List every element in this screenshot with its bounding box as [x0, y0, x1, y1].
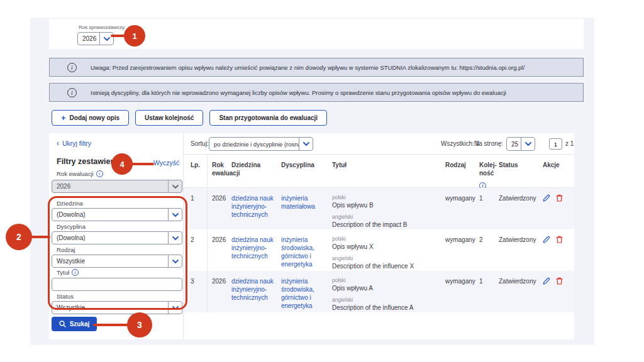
- toolbar: + Dodaj nowy opis Ustaw kolejność Stan p…: [52, 110, 327, 126]
- title-pl: Opis wpływu X: [332, 243, 441, 251]
- info-banner-studnia: i Uwaga: Przed zarejestrowaniem opisu wp…: [49, 58, 584, 77]
- hide-filters-label: Ukryj filtry: [62, 140, 91, 147]
- page-number-input[interactable]: [549, 138, 562, 150]
- chevron-down-icon: [299, 138, 313, 150]
- cell-type: wymagany: [445, 271, 479, 312]
- info-icon: i: [72, 269, 79, 276]
- report-year-label: Rok sprawozdawczy: [79, 25, 125, 30]
- chevron-down-icon: [168, 232, 182, 244]
- cell-title: polski Opis wpływu B angielski Descripti…: [332, 188, 445, 229]
- info-banner-disciplines-text: Istnieją dyscypliny, dla których nie wpr…: [91, 89, 506, 96]
- sort-label: Sortuj:: [191, 140, 209, 147]
- column-header-discipline: Dyscyplina: [281, 155, 332, 187]
- cell-title: polski Opis wpływu A angielski Descripti…: [332, 271, 445, 312]
- field-filter-label: Dziedzina: [57, 200, 83, 207]
- discipline-filter-value: (Dowolna): [52, 232, 168, 244]
- column-header-status: Status: [499, 155, 543, 187]
- set-order-label: Ustaw kolejność: [145, 114, 194, 121]
- field-filter-value: (Dowolna): [52, 209, 168, 221]
- column-header-title: Tytuł: [332, 155, 445, 187]
- clear-filters-link[interactable]: Wyczyść: [153, 159, 179, 167]
- status-filter-value: Wszystkie: [52, 302, 168, 314]
- per-page-value: 25: [507, 138, 521, 150]
- list-controls-bar: Sortuj: po dziedzinie i dyscyplinie (ros…: [184, 133, 574, 155]
- report-year-select[interactable]: 2026: [77, 32, 114, 45]
- title-lang-pl: polski: [332, 277, 441, 284]
- cell-field-link[interactable]: dziedzina nauk inżynieryjno-technicznych: [231, 271, 281, 312]
- cell-type: wymagany: [445, 188, 479, 229]
- info-icon: i: [67, 63, 77, 72]
- column-header-field: Dziedzina: [231, 155, 281, 187]
- search-icon: [59, 321, 66, 327]
- cell-actions: [543, 271, 573, 312]
- type-filter-select[interactable]: Wszystkie: [52, 255, 182, 268]
- cell-lp: 3: [191, 271, 208, 312]
- page-of-label: z 1: [565, 140, 574, 147]
- cell-status: Zatwierdzony: [499, 271, 543, 312]
- cell-year: 2026: [208, 271, 231, 312]
- table-row: 2 2026 dziedzina nauk inżynieryjno-techn…: [184, 229, 574, 271]
- info-banner-studnia-text: Uwaga: Przed zarejestrowaniem opisu wpły…: [91, 64, 525, 71]
- cell-year: 2026: [208, 229, 231, 271]
- total-count: Wszystkich: 3: [441, 140, 479, 147]
- delete-icon[interactable]: [556, 194, 563, 202]
- title-lang-en: angielski: [332, 297, 441, 304]
- table-row: 1 2026 dziedzina nauk inżynieryjno-techn…: [184, 188, 574, 229]
- results-area: Sortuj: po dziedzinie i dyscyplinie (ros…: [184, 133, 574, 339]
- title-en: Description of the influence X: [332, 262, 441, 270]
- add-new-description-button[interactable]: + Dodaj nowy opis: [52, 110, 129, 126]
- sort-select[interactable]: po dziedzinie i dyscyplinie (rosnąco): [209, 137, 313, 151]
- cell-discipline-link[interactable]: inżynieria środowiska, górnictwo i energ…: [281, 271, 332, 312]
- chevron-down-icon: [168, 255, 182, 267]
- status-filter-select[interactable]: Wszystkie: [52, 301, 182, 314]
- cell-order: 2: [479, 229, 499, 271]
- annotation-line-3: [93, 324, 132, 326]
- cell-field-link[interactable]: dziedzina nauk inżynieryjno-technicznych: [231, 188, 281, 229]
- discipline-filter-select[interactable]: (Dowolna): [52, 231, 182, 244]
- info-banner-disciplines: i Istnieją dyscypliny, dla których nie w…: [49, 83, 584, 102]
- chevron-down-icon: [168, 302, 182, 314]
- set-order-button[interactable]: Ustaw kolejność: [135, 110, 203, 126]
- sort-value: po dziedzinie i dyscyplinie (rosnąco): [209, 138, 299, 150]
- field-filter-select[interactable]: (Dowolna): [52, 208, 182, 221]
- cell-field-link[interactable]: dziedzina nauk inżynieryjno-technicznych: [231, 229, 281, 271]
- delete-icon[interactable]: [556, 236, 563, 243]
- annotation-marker-1: 1: [124, 25, 145, 47]
- chevron-down-icon: [168, 209, 182, 221]
- title-lang-en: angielski: [332, 255, 441, 262]
- evaluation-year-select: 2026: [52, 180, 182, 193]
- cell-actions: [543, 229, 573, 271]
- title-lang-pl: polski: [332, 194, 441, 201]
- cell-status: Zatwierdzony: [499, 229, 543, 271]
- type-filter-label: Rodzaj: [57, 246, 75, 253]
- title-lang-en: angielski: [332, 214, 441, 221]
- annotation-marker-2: 2: [6, 224, 32, 250]
- cell-lp: 1: [191, 188, 208, 229]
- column-header-order: Kolej-ność i: [479, 155, 499, 187]
- per-page-label: Na stronę:: [474, 140, 503, 147]
- evaluation-year-label: Rok ewaluacji i: [57, 170, 103, 177]
- cell-status: Zatwierdzony: [499, 188, 543, 229]
- info-icon: i: [96, 170, 103, 177]
- app-root: Rok sprawozdawczy 2026 i Uwaga: Przed za…: [0, 0, 644, 362]
- table-row: 3 2026 dziedzina nauk inżynieryjno-techn…: [184, 271, 574, 312]
- chevron-down-icon: [168, 180, 182, 192]
- title-filter-input[interactable]: [52, 278, 182, 291]
- title-lang-pl: polski: [332, 236, 441, 243]
- discipline-filter-label: Dyscyplina: [57, 223, 86, 230]
- annotation-line-4: [129, 163, 154, 165]
- cell-discipline-link[interactable]: inżynieria środowiska, górnictwo i energ…: [281, 229, 332, 271]
- evaluation-state-button[interactable]: Stan przygotowania do ewaluacji: [209, 110, 327, 126]
- per-page-select[interactable]: 25: [506, 137, 535, 151]
- delete-icon[interactable]: [556, 277, 563, 285]
- search-button[interactable]: Szukaj: [52, 317, 97, 331]
- cell-order: 1: [479, 271, 499, 312]
- edit-icon[interactable]: [543, 194, 550, 202]
- title-en: Description of the influence A: [332, 304, 441, 312]
- hide-filters-link[interactable]: ‹ Ukryj filtry: [57, 140, 91, 147]
- edit-icon[interactable]: [543, 236, 550, 243]
- cell-discipline-link[interactable]: inżynieria materiałowa: [281, 188, 332, 229]
- cell-order: 1: [479, 188, 499, 229]
- edit-icon[interactable]: [543, 277, 550, 285]
- annotation-marker-4: 4: [111, 153, 133, 175]
